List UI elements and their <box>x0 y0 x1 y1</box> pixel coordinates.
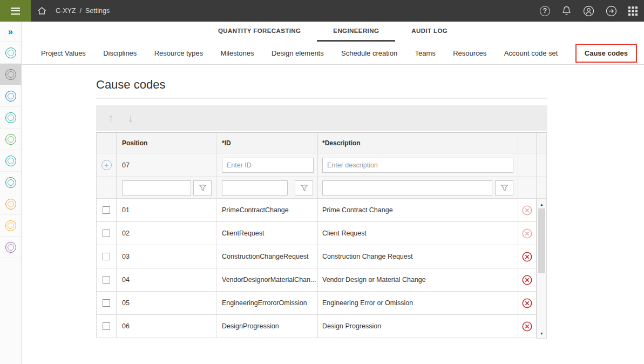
table-row: 06 DesignProgression Design Progression <box>97 315 547 338</box>
id-cell: ConstructionChangeRequest <box>216 245 318 268</box>
sub-tab[interactable]: Schedule creation <box>341 49 397 57</box>
app-module-icon <box>5 91 16 102</box>
sub-tab[interactable]: Disciplines <box>103 49 137 57</box>
cause-codes-grid: Position *ID *Description + 07 <box>96 132 547 338</box>
delete-row-button[interactable] <box>522 205 532 215</box>
new-id-input[interactable] <box>222 158 314 173</box>
apps-grid-button[interactable] <box>628 6 638 16</box>
question-mark-icon: ? <box>543 7 547 15</box>
id-cell: PrimeContractChange <box>216 199 318 222</box>
bell-icon <box>561 5 572 16</box>
chevron-double-right-icon: » <box>8 27 13 37</box>
arrow-up-icon: ↑ <box>108 112 114 124</box>
app-module-icon <box>5 112 16 123</box>
delete-row-button[interactable] <box>522 275 532 285</box>
app-module-icon <box>5 69 16 80</box>
new-description-input[interactable] <box>322 158 513 173</box>
description-cell: Client Request <box>318 222 518 245</box>
main-tab[interactable]: ENGINEERING <box>317 22 395 42</box>
description-filter-input[interactable] <box>322 180 492 196</box>
app-module-icon <box>5 48 16 58</box>
hamburger-menu-button[interactable] <box>0 0 31 22</box>
sub-tab[interactable]: Resources <box>453 49 486 57</box>
sidebar-item[interactable] <box>0 129 21 150</box>
sub-tab[interactable]: Account code set <box>504 49 558 57</box>
sidebar-item[interactable] <box>0 107 21 129</box>
row-checkbox[interactable] <box>103 206 110 214</box>
breadcrumb-project[interactable]: C-XYZ <box>56 7 76 15</box>
row-checkbox[interactable] <box>103 322 110 330</box>
main-tab[interactable]: AUDIT LOG <box>395 22 464 42</box>
move-down-button[interactable]: ↓ <box>128 112 134 124</box>
sidebar-expand-button[interactable]: » <box>0 22 21 42</box>
description-filter-button[interactable] <box>495 180 513 196</box>
sidebar-item[interactable] <box>0 150 21 172</box>
table-row: 02 ClientRequest Client Request <box>97 222 547 245</box>
filter-row <box>97 177 547 199</box>
scrollbar-down-arrow[interactable]: ▼ <box>537 329 546 337</box>
position-cell: 03 <box>117 245 216 268</box>
delete-row-button[interactable] <box>522 298 532 308</box>
sidebar-items <box>0 42 21 258</box>
app-module-icon <box>5 199 16 210</box>
page-content: Cause codes ↑ ↓ Position *ID <box>22 65 644 338</box>
help-button[interactable]: ? <box>540 6 550 16</box>
home-button[interactable] <box>31 0 52 22</box>
delete-row-button[interactable] <box>522 321 532 332</box>
sidebar-item[interactable] <box>0 215 21 237</box>
description-cell: Engineering Error or Omission <box>318 292 518 315</box>
main-tab[interactable]: QUANTITY FORECASTING <box>202 22 317 42</box>
left-sidebar: » <box>0 22 22 364</box>
main-tab-label: AUDIT LOG <box>411 28 448 34</box>
delete-row-button[interactable] <box>522 228 532 239</box>
row-checkbox[interactable] <box>103 276 110 284</box>
account-button[interactable] <box>583 5 594 17</box>
triangle-down-icon: ▼ <box>540 332 544 335</box>
top-bar: C-XYZ / Settings ? <box>0 0 644 22</box>
user-icon <box>583 5 594 17</box>
sidebar-item[interactable] <box>0 64 21 85</box>
funnel-icon <box>199 185 206 191</box>
move-up-button[interactable]: ↑ <box>108 112 114 124</box>
sidebar-item[interactable] <box>0 193 21 215</box>
id-filter-input[interactable] <box>222 180 288 196</box>
id-filter-button[interactable] <box>295 180 313 196</box>
sidebar-item[interactable] <box>0 42 21 64</box>
sub-tab[interactable]: Design elements <box>272 49 324 57</box>
id-cell: VendorDesignorMaterialChan... <box>216 268 318 292</box>
position-column-header: Position <box>117 133 216 153</box>
position-cell: 01 <box>117 199 216 222</box>
sub-tab[interactable]: Resource types <box>154 49 203 57</box>
add-row-button[interactable]: + <box>101 160 112 170</box>
scroll-column-header <box>537 133 547 153</box>
scrollbar-up-arrow[interactable]: ▲ <box>537 200 546 208</box>
sub-tab[interactable]: Cause codes <box>575 44 637 63</box>
notifications-button[interactable] <box>561 5 572 16</box>
position-filter-button[interactable] <box>193 180 212 196</box>
sidebar-item[interactable] <box>0 237 21 258</box>
sidebar-item[interactable] <box>0 85 21 107</box>
delete-row-button[interactable] <box>522 252 532 262</box>
hamburger-icon <box>11 8 20 15</box>
row-checkbox[interactable] <box>103 299 110 307</box>
sign-out-button[interactable] <box>606 5 617 17</box>
sub-tab[interactable]: Teams <box>415 49 436 57</box>
add-row-delete-cell <box>518 153 537 177</box>
description-column-header: *Description <box>318 133 518 153</box>
sub-tab[interactable]: Project Values <box>41 49 86 57</box>
breadcrumb-page[interactable]: Settings <box>85 7 110 15</box>
description-cell: Construction Change Request <box>318 245 518 268</box>
sidebar-item[interactable] <box>0 172 21 193</box>
vertical-scrollbar[interactable]: ▲ ▼ <box>537 199 547 339</box>
row-checkbox[interactable] <box>103 230 110 237</box>
position-filter-input[interactable] <box>122 180 191 196</box>
app-module-icon <box>5 220 16 231</box>
description-cell: Prime Contract Change <box>318 199 518 222</box>
sub-tab[interactable]: Milestones <box>220 49 254 57</box>
topbar-actions: ? <box>540 5 644 17</box>
arrow-down-icon: ↓ <box>128 112 134 124</box>
delete-column-header <box>518 133 537 153</box>
row-checkbox[interactable] <box>103 253 110 260</box>
scrollbar-thumb[interactable] <box>538 208 545 273</box>
new-row-position: 07 <box>117 153 216 177</box>
